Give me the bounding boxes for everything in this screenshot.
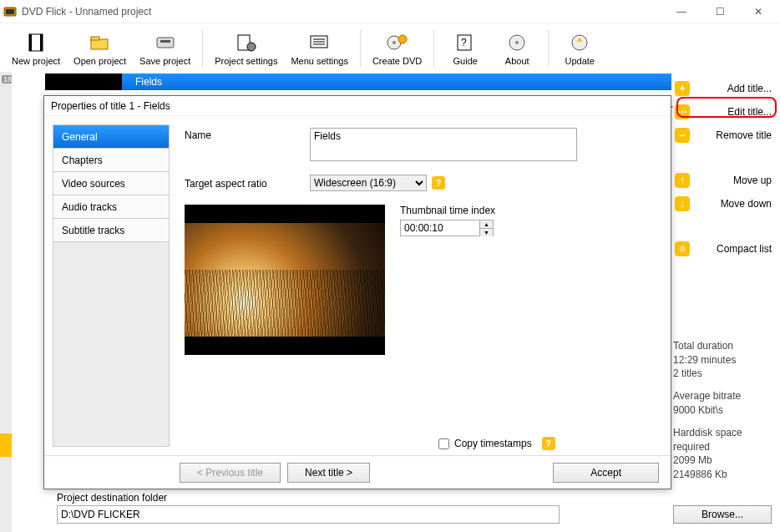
tab-general[interactable]: General xyxy=(53,125,169,149)
update-button[interactable]: Update xyxy=(554,29,605,68)
arrow-up-icon: ↑ xyxy=(675,173,690,188)
window-title: DVD Flick - Unnamed project xyxy=(22,6,151,18)
dialog-tabs: General Chapters Video sources Audio tra… xyxy=(53,124,170,447)
add-title-button[interactable]: + Add title... xyxy=(675,77,772,100)
remove-title-button[interactable]: − Remove title xyxy=(675,124,772,147)
new-project-button[interactable]: New project xyxy=(5,29,67,68)
open-project-button[interactable]: Open project xyxy=(67,29,133,68)
svg-point-22 xyxy=(572,35,587,50)
edit-icon: ⋯ xyxy=(675,104,690,119)
title-row[interactable]: Fields xyxy=(45,73,671,90)
name-label: Name xyxy=(185,128,310,141)
svg-rect-4 xyxy=(40,34,43,51)
progress-segment xyxy=(0,433,12,457)
svg-rect-5 xyxy=(91,39,108,49)
side-commands: + Add title... ⋯ Edit title... − Remove … xyxy=(670,72,780,261)
title-count: 2 titles xyxy=(673,367,772,381)
new-project-icon xyxy=(24,31,48,54)
previous-title-button[interactable]: < Previous title xyxy=(180,463,281,483)
help-icon[interactable]: ? xyxy=(542,437,555,450)
save-project-icon xyxy=(154,31,177,54)
open-project-icon xyxy=(89,31,112,54)
app-icon xyxy=(3,5,17,18)
main-toolbar: New project Open project Save project Pr… xyxy=(0,23,780,72)
aspect-select[interactable]: Widescreen (16:9) xyxy=(310,175,427,191)
svg-text:?: ? xyxy=(461,37,467,48)
next-title-button[interactable]: Next title > xyxy=(287,463,370,483)
move-up-button[interactable]: ↑ Move up xyxy=(675,169,772,192)
compact-list-button[interactable]: ≡ Compact list xyxy=(675,237,772,261)
thumbnail-preview xyxy=(185,205,385,355)
hd-space-mb: 2099 Mb xyxy=(673,453,772,468)
guide-button[interactable]: ? Guide xyxy=(439,29,491,68)
about-button[interactable]: About xyxy=(491,29,543,68)
svg-rect-1 xyxy=(6,9,14,14)
title-properties-dialog: Properties of title 1 - Fields General C… xyxy=(43,95,671,489)
title-thumbnail-preview xyxy=(45,73,122,90)
browse-button[interactable]: Browse... xyxy=(673,505,772,524)
thumb-index-input[interactable] xyxy=(400,220,480,236)
copy-timestamps-label: Copy timestamps xyxy=(454,438,532,449)
update-icon xyxy=(568,31,591,54)
minimize-button[interactable]: — xyxy=(670,6,693,18)
svg-rect-6 xyxy=(91,37,99,40)
dest-folder-input[interactable] xyxy=(57,505,560,524)
svg-point-16 xyxy=(393,41,396,44)
help-icon[interactable]: ? xyxy=(432,176,445,190)
edit-title-button[interactable]: ⋯ Edit title... xyxy=(675,100,772,124)
hd-space-label: Harddisk space required xyxy=(673,426,772,454)
total-duration-label: Total duration xyxy=(673,339,772,353)
menu-settings-icon xyxy=(308,31,332,54)
copy-timestamps-checkbox[interactable] xyxy=(438,438,449,449)
arrow-down-icon: ↓ xyxy=(675,196,690,211)
menu-settings-button[interactable]: Menu settings xyxy=(284,29,354,68)
dialog-title: Properties of title 1 - Fields xyxy=(44,96,671,116)
dest-folder-label: Project destination folder xyxy=(57,492,560,504)
move-down-button[interactable]: ↓ Move down xyxy=(675,192,772,215)
aspect-label: Target aspect ratio xyxy=(185,176,310,190)
accept-button[interactable]: Accept xyxy=(553,463,659,483)
tab-chapters[interactable]: Chapters xyxy=(53,149,169,172)
minus-icon: − xyxy=(675,128,690,143)
close-button[interactable]: ✕ xyxy=(747,6,770,18)
avg-bitrate-label: Average bitrate xyxy=(673,389,772,403)
svg-rect-3 xyxy=(29,34,32,51)
tab-subtitle-tracks[interactable]: Subtitle tracks xyxy=(53,219,169,242)
create-dvd-button[interactable]: Create DVD xyxy=(366,29,428,68)
window-titlebar: DVD Flick - Unnamed project — ☐ ✕ xyxy=(0,0,780,23)
hd-space-kb: 2149886 Kb xyxy=(673,468,772,482)
svg-point-10 xyxy=(247,43,256,51)
tab-video-sources[interactable]: Video sources xyxy=(53,172,169,195)
svg-point-17 xyxy=(398,35,407,43)
thumb-index-spinner[interactable]: ▲▼ xyxy=(480,220,494,236)
save-project-button[interactable]: Save project xyxy=(133,29,197,68)
progress-strip: 18% xyxy=(0,72,12,532)
avg-bitrate-value: 9000 Kbit\s xyxy=(673,403,772,418)
maximize-button[interactable]: ☐ xyxy=(708,6,732,18)
create-dvd-icon xyxy=(386,31,409,54)
plus-icon: + xyxy=(675,81,690,96)
guide-icon: ? xyxy=(453,31,477,54)
project-info: Total duration 12:29 minutes 2 titles Av… xyxy=(673,339,772,490)
tab-audio-tracks[interactable]: Audio tracks xyxy=(53,195,169,219)
svg-rect-8 xyxy=(160,40,170,43)
thumb-index-label: Thumbnail time index xyxy=(400,205,495,216)
total-duration-value: 12:29 minutes xyxy=(673,353,772,367)
about-icon xyxy=(505,31,529,54)
compact-icon: ≡ xyxy=(675,241,690,256)
project-settings-icon xyxy=(235,31,258,54)
svg-point-21 xyxy=(515,41,519,44)
titles-canvas: Fields Properties of title 1 - Fields Ge… xyxy=(12,72,670,532)
name-input[interactable]: Fields xyxy=(310,128,577,161)
project-settings-button[interactable]: Project settings xyxy=(208,29,284,68)
title-row-label: Fields xyxy=(135,76,162,88)
